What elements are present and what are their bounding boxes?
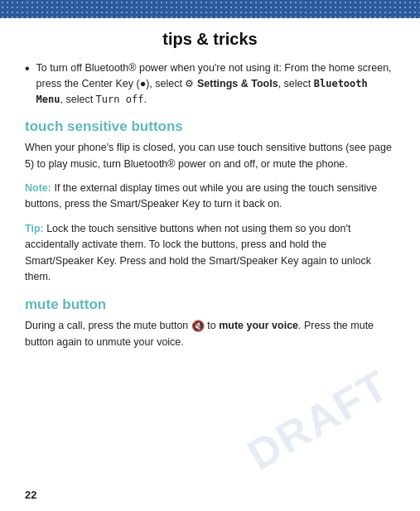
tip-line: Tip: Lock the touch sensitive buttons wh… bbox=[25, 221, 395, 286]
bullet-item: • To turn off Bluetooth® power when you'… bbox=[25, 60, 395, 107]
bullet-text: To turn off Bluetooth® power when you're… bbox=[36, 60, 395, 107]
note-line: Note: If the external display times out … bbox=[25, 181, 395, 213]
mute-body-2: to bbox=[205, 321, 219, 332]
tip-label: Tip: bbox=[25, 223, 44, 234]
mute-body-1: During a call, press the mute button bbox=[25, 321, 191, 332]
page-wrapper: tips & tricks • To turn off Bluetooth® p… bbox=[0, 0, 420, 511]
mute-section-heading: mute button bbox=[25, 296, 395, 313]
mute-button-section: mute button During a call, press the mut… bbox=[25, 296, 395, 351]
page-title: tips & tricks bbox=[25, 30, 395, 49]
note-body: If the external display times out while … bbox=[25, 182, 377, 210]
touch-sensitive-section: touch sensitive buttons When your phone'… bbox=[25, 118, 395, 285]
draft-watermark: DRAFT bbox=[239, 359, 397, 480]
settings-tools-label: Settings & Tools bbox=[197, 78, 278, 89]
turn-off-label: Turn off bbox=[96, 94, 144, 105]
page-number: 22 bbox=[25, 489, 36, 501]
center-key-symbol: ● bbox=[140, 78, 147, 89]
bullet-section: • To turn off Bluetooth® power when you'… bbox=[25, 60, 395, 107]
mute-icon: 🔇 bbox=[191, 318, 205, 335]
touch-body-text: When your phone's flip is closed, you ca… bbox=[25, 140, 395, 172]
mute-body-text: During a call, press the mute button 🔇 t… bbox=[25, 318, 395, 351]
mute-bold-text: mute your voice bbox=[219, 321, 298, 332]
tip-body: Lock the touch sensitive buttons when no… bbox=[25, 223, 371, 282]
note-label: Note: bbox=[25, 182, 51, 194]
touch-section-heading: touch sensitive buttons bbox=[25, 118, 395, 135]
content-area: tips & tricks • To turn off Bluetooth® p… bbox=[0, 18, 420, 376]
settings-icon: ⚙ bbox=[185, 76, 194, 91]
top-border bbox=[0, 0, 420, 18]
bullet-dot: • bbox=[25, 62, 30, 75]
